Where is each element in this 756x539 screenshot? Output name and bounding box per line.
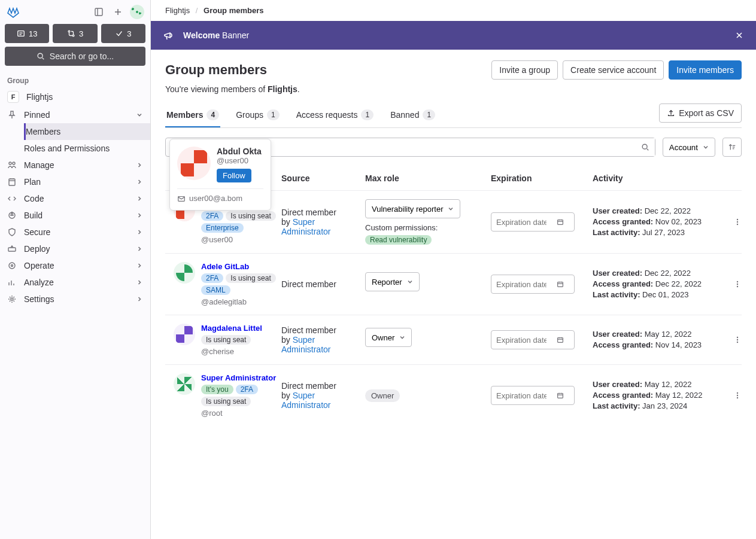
row-menu-button[interactable] <box>730 215 745 229</box>
sidebar-item-deploy[interactable]: Deploy <box>0 240 150 257</box>
tab-label: Access requests <box>296 110 358 120</box>
col-max-role: Max role <box>365 173 491 183</box>
source-by-link[interactable]: Super Administrator <box>281 335 330 354</box>
member-name[interactable]: Adele GitLab <box>201 262 281 271</box>
svg-rect-56 <box>558 394 563 398</box>
calendar-icon[interactable] <box>551 218 569 226</box>
row-menu-button[interactable] <box>730 277 745 291</box>
mr-count: 3 <box>79 29 83 38</box>
member-chips: It's you2FAIs using seat <box>201 385 281 406</box>
expiration-input[interactable] <box>491 280 551 289</box>
tab-badge: 1 <box>267 109 280 120</box>
create-service-account-button[interactable]: Create service account <box>563 60 664 80</box>
user-avatar[interactable] <box>130 5 144 19</box>
secure-icon <box>7 227 17 237</box>
chevron-right-icon <box>136 245 143 252</box>
member-avatar[interactable] <box>174 262 195 284</box>
sidebar-group-header[interactable]: F Flightjs <box>0 87 150 106</box>
member-avatar[interactable] <box>174 324 195 345</box>
chevron-right-icon <box>136 212 143 219</box>
sidebar-item-build[interactable]: Build <box>0 207 150 224</box>
tab-groups[interactable]: Groups 1 <box>235 103 281 127</box>
member-username: @adelegitlab <box>201 297 281 306</box>
follow-button[interactable]: Follow <box>217 169 251 182</box>
sidebar-item-secure[interactable]: Secure <box>0 224 150 240</box>
member-username: @root <box>201 409 281 418</box>
member-name[interactable]: Super Administrator <box>201 373 281 382</box>
invite-group-button[interactable]: Invite a group <box>491 60 558 80</box>
expiration-cell <box>491 275 593 294</box>
expiration-input[interactable] <box>491 218 551 227</box>
export-csv-button[interactable]: Export as CSV <box>659 103 742 123</box>
calendar-icon[interactable] <box>551 280 569 288</box>
sidebar-item-plan[interactable]: Plan <box>0 173 150 190</box>
source-cell: Direct member <box>281 279 365 289</box>
sidebar-item-label: Code <box>24 194 44 203</box>
account-cell: Magdalena Littel Is using seat @cherise <box>174 324 281 356</box>
activity-cell: User created: Dec 22, 2022Access granted… <box>593 268 730 301</box>
tab-badge: 1 <box>361 109 374 120</box>
popover-email: user00@a.bom <box>177 188 263 203</box>
sidebar-item-code[interactable]: Code <box>0 190 150 207</box>
todo-counter[interactable]: 13 <box>5 24 49 43</box>
activity-cell: User created: May 12, 2022Access granted… <box>593 379 730 412</box>
sort-dropdown[interactable]: Account <box>663 138 715 157</box>
role-dropdown[interactable]: Vulnerability reporter <box>365 199 460 218</box>
member-chips: 2FAIs using seatEnterprise <box>201 211 281 233</box>
collapse-sidebar-icon[interactable] <box>92 5 106 19</box>
expiration-cell <box>491 212 593 232</box>
svg-point-53 <box>737 337 738 338</box>
breadcrumb-separator: / <box>196 6 198 15</box>
sidebar-item-operate[interactable]: Operate <box>0 257 150 274</box>
calendar-icon[interactable] <box>551 391 569 400</box>
tabs: Members 4 Groups 1 Access requests 1 Ban… <box>165 103 742 128</box>
chevron-down-icon <box>136 111 143 118</box>
sidebar-pinned[interactable]: Pinned <box>0 106 150 123</box>
tab-access requests[interactable]: Access requests 1 <box>295 103 375 127</box>
calendar-icon[interactable] <box>551 336 569 344</box>
gitlab-logo-icon[interactable] <box>6 5 20 19</box>
sidebar-item-label: Deploy <box>24 244 50 254</box>
search-button[interactable]: Search or go to... <box>5 47 145 66</box>
sidebar-item-members[interactable]: Members <box>24 123 150 140</box>
svg-point-54 <box>737 339 738 340</box>
row-menu-button[interactable] <box>730 388 745 403</box>
svg-rect-4 <box>18 31 25 36</box>
export-label: Export as CSV <box>679 108 734 118</box>
sidebar-item-settings[interactable]: Settings <box>0 291 150 307</box>
filter-search-button[interactable] <box>636 138 655 156</box>
svg-point-25 <box>11 298 13 300</box>
chevron-down-icon <box>399 334 405 340</box>
mr-counter[interactable]: 3 <box>53 24 97 43</box>
breadcrumb-root[interactable]: Flightjs <box>165 6 190 15</box>
invite-members-button[interactable]: Invite members <box>669 60 742 80</box>
sidebar-item-analyze[interactable]: Analyze <box>0 274 150 291</box>
plus-icon[interactable] <box>111 5 125 19</box>
chip: Is using seat <box>226 273 275 283</box>
build-icon <box>7 211 17 220</box>
popover-username: @user00 <box>217 156 262 165</box>
tab-members[interactable]: Members 4 <box>165 103 220 127</box>
sidebar-item-roles[interactable]: Roles and Permissions <box>24 140 150 157</box>
close-banner-button[interactable] <box>734 31 744 40</box>
review-counter[interactable]: 3 <box>101 24 145 43</box>
sort-direction-button[interactable] <box>722 138 742 157</box>
role-dropdown[interactable]: Reporter <box>365 272 420 291</box>
svg-point-20 <box>9 263 15 269</box>
role-dropdown[interactable]: Owner <box>365 328 412 347</box>
sidebar-counters: 13 3 3 <box>0 24 150 47</box>
tab-banned[interactable]: Banned 1 <box>389 103 436 127</box>
expiration-input[interactable] <box>491 336 551 345</box>
member-avatar[interactable] <box>174 373 195 395</box>
member-name[interactable]: Magdalena Littel <box>201 324 262 333</box>
sort-ascending-icon <box>728 143 736 151</box>
source-by-link[interactable]: Super Administrator <box>281 391 330 410</box>
row-menu-button[interactable] <box>730 333 745 347</box>
page-header: Group members Invite a group Create serv… <box>165 60 742 80</box>
sidebar-item-label: Analyze <box>24 278 54 287</box>
expiration-input[interactable] <box>491 391 551 400</box>
chip: Is using seat <box>201 335 251 345</box>
sidebar-item-manage[interactable]: Manage <box>0 157 150 173</box>
source-by-link[interactable]: Super Administrator <box>281 217 330 236</box>
svg-point-7 <box>68 31 70 32</box>
